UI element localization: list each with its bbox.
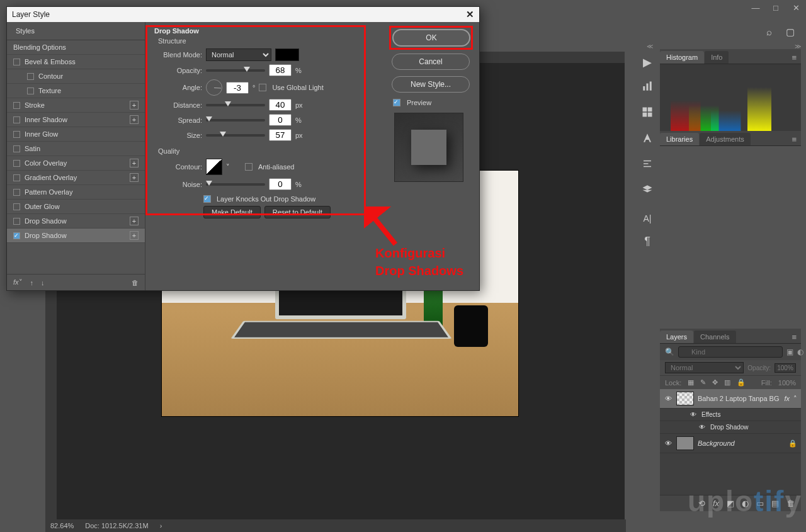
style-satin[interactable]: Satin [7, 142, 145, 156]
adjustment-icon[interactable]: ◐ [742, 499, 749, 508]
tab-libraries[interactable]: Libraries [660, 133, 699, 145]
contour-chevron-icon[interactable]: ˅ [226, 163, 230, 171]
fx-icon[interactable]: fx [713, 499, 719, 508]
lock-pos-icon[interactable]: ✥ [712, 378, 718, 387]
checkbox[interactable] [13, 145, 20, 152]
lock-all-icon[interactable]: 🔒 [737, 378, 746, 387]
window-close-button[interactable]: ✕ [786, 0, 806, 15]
link-layers-icon[interactable]: ⟲ [698, 499, 705, 508]
opacity-value[interactable]: 100% [775, 363, 796, 373]
mask-icon[interactable]: ◩ [727, 499, 734, 508]
checkbox[interactable] [13, 102, 20, 109]
shadow-color-swatch[interactable] [275, 48, 299, 61]
style-inner-glow[interactable]: Inner Glow [7, 127, 145, 142]
size-slider[interactable] [206, 134, 265, 137]
minimize-button[interactable]: — [746, 0, 766, 15]
checkbox[interactable] [27, 88, 34, 94]
fx-badge[interactable]: fx [784, 395, 790, 402]
plus-icon[interactable]: + [130, 115, 139, 124]
blend-mode-select[interactable]: Normal [665, 362, 744, 373]
styles-header[interactable]: Styles [7, 22, 145, 40]
filter-adjust-icon[interactable]: ◐ [797, 348, 803, 356]
tab-histogram[interactable]: Histogram [660, 51, 704, 64]
layer-filter-input[interactable] [678, 346, 783, 358]
zoom-level[interactable]: 82.64% [50, 522, 74, 529]
antialiased-checkbox[interactable] [245, 163, 253, 171]
layer-row-effects[interactable]: 👁 Effects [660, 409, 801, 421]
contour-swatch[interactable] [206, 159, 222, 175]
checkbox[interactable] [27, 73, 34, 80]
lock-nest-icon[interactable]: ▥ [724, 378, 730, 387]
opacity-slider[interactable] [206, 69, 265, 72]
lock-trans-icon[interactable]: ▦ [688, 378, 694, 387]
new-layer-icon[interactable]: ▤ [771, 499, 779, 508]
angle-input[interactable] [226, 82, 249, 94]
style-bevel-emboss[interactable]: Bevel & Emboss [7, 55, 145, 69]
make-default-button[interactable]: Make Default [203, 206, 261, 218]
chevron-up-icon[interactable]: ˄ [793, 395, 797, 403]
knockout-checkbox[interactable] [203, 195, 211, 203]
layer-row[interactable]: 👁 Background 🔒 [660, 434, 801, 453]
angle-dial[interactable] [206, 79, 222, 96]
ok-button[interactable]: OK [392, 29, 470, 47]
size-input[interactable] [269, 129, 292, 141]
move-down-icon[interactable]: ↓ [41, 279, 45, 286]
visibility-icon[interactable]: 👁 [698, 424, 707, 431]
group-icon[interactable]: ▭ [756, 499, 764, 508]
noise-input[interactable] [269, 178, 292, 190]
style-contour[interactable]: Contour [7, 69, 145, 84]
search-icon[interactable]: ⌕ [766, 26, 772, 38]
blend-mode-select[interactable]: Normal [206, 48, 271, 61]
visibility-icon[interactable]: 👁 [664, 395, 673, 402]
frame-icon[interactable]: ▢ [786, 26, 795, 38]
plus-icon[interactable]: + [130, 173, 139, 182]
style-texture[interactable]: Texture [7, 84, 145, 98]
style-color-overlay[interactable]: Color Overlay+ [7, 156, 145, 171]
tab-layers[interactable]: Layers [660, 331, 693, 343]
collapse-dock-icon[interactable]: ≪ [644, 43, 656, 54]
delete-layer-icon[interactable]: 🗑 [786, 499, 795, 508]
play-icon[interactable]: ▶ [643, 55, 652, 69]
checkbox[interactable] [13, 203, 20, 210]
style-drop-shadow-active[interactable]: Drop Shadow+ [7, 229, 145, 243]
spread-slider[interactable] [206, 119, 265, 122]
plus-icon[interactable]: + [130, 101, 139, 110]
character-icon[interactable] [642, 132, 653, 147]
visibility-icon[interactable]: 👁 [664, 439, 673, 447]
checkbox[interactable] [13, 131, 20, 138]
layers-icon[interactable] [642, 184, 653, 198]
checkbox[interactable] [13, 218, 20, 225]
maximize-button[interactable]: □ [766, 0, 786, 15]
histogram-icon[interactable] [642, 81, 653, 95]
swatches-icon[interactable] [642, 106, 653, 121]
checkbox[interactable] [13, 232, 20, 239]
distance-input[interactable] [269, 99, 292, 111]
spread-input[interactable] [269, 114, 292, 126]
layer-thumb[interactable] [676, 392, 694, 405]
cancel-button[interactable]: Cancel [392, 54, 470, 70]
trash-icon[interactable]: 🗑 [132, 279, 139, 286]
dialog-titlebar[interactable]: Layer Style ✕ [7, 7, 479, 22]
checkbox[interactable] [13, 59, 20, 65]
style-pattern-overlay[interactable]: Pattern Overlay [7, 185, 145, 200]
style-drop-shadow[interactable]: Drop Shadow+ [7, 214, 145, 229]
style-gradient-overlay[interactable]: Gradient Overlay+ [7, 171, 145, 185]
style-stroke[interactable]: Stroke+ [7, 98, 145, 113]
libraries-body[interactable] [660, 146, 801, 335]
checkbox[interactable] [13, 160, 20, 167]
preview-checkbox[interactable] [393, 99, 400, 106]
layer-row[interactable]: 👁 Bahan 2 Laptop Tanpa BG fx ˄ [660, 389, 801, 409]
opacity-input[interactable] [269, 64, 292, 76]
move-up-icon[interactable]: ↑ [30, 279, 34, 286]
layer-row-effect-item[interactable]: 👁 Drop Shadow [660, 421, 801, 434]
visibility-icon[interactable]: 👁 [689, 411, 698, 418]
lock-paint-icon[interactable]: ✎ [700, 378, 706, 387]
close-icon[interactable]: ✕ [466, 9, 474, 20]
reset-default-button[interactable]: Reset to Default [264, 206, 331, 218]
plus-icon[interactable]: + [130, 217, 139, 225]
use-global-checkbox[interactable] [259, 84, 266, 91]
layer-thumb[interactable] [676, 436, 694, 450]
fill-value[interactable]: 100% [778, 379, 796, 387]
status-chevron-icon[interactable]: › [160, 522, 162, 529]
tab-adjustments[interactable]: Adjustments [700, 133, 751, 145]
